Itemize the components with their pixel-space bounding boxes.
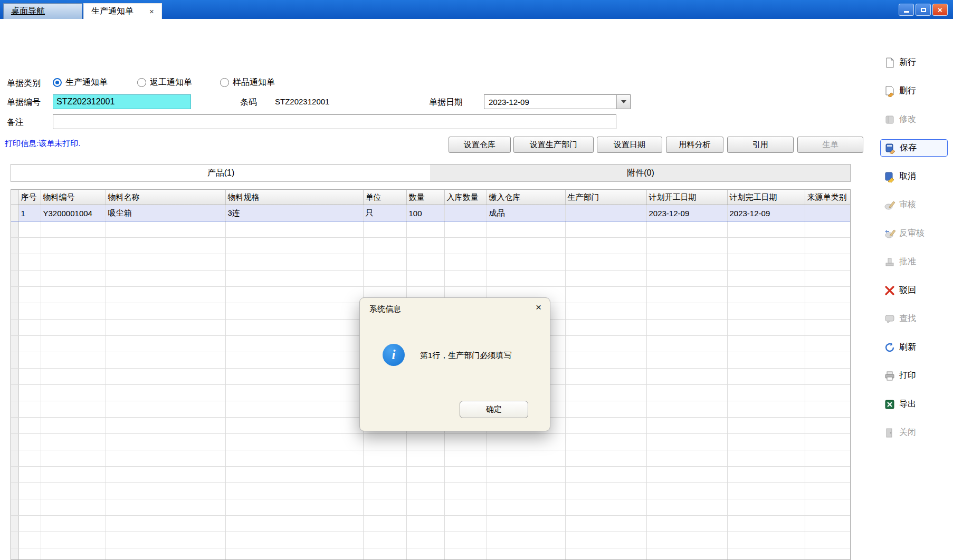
tab-desktop-navigation[interactable]: 桌面导航 — [3, 3, 82, 19]
grid-cell[interactable] — [18, 418, 41, 434]
grid-cell[interactable] — [18, 532, 41, 548]
grid-cell[interactable] — [18, 303, 41, 320]
grid-cell[interactable] — [406, 254, 444, 271]
grid-cell[interactable] — [225, 271, 363, 287]
grid-cell[interactable] — [805, 238, 850, 254]
grid-cell[interactable]: 2023-12-09 — [646, 205, 727, 221]
grid-cell[interactable] — [18, 548, 41, 560]
grid-cell[interactable] — [487, 238, 565, 254]
grid-cell[interactable] — [106, 499, 225, 516]
grid-cell[interactable] — [18, 271, 41, 287]
grid-cell[interactable] — [18, 238, 41, 254]
grid-cell[interactable] — [646, 483, 727, 499]
col-header-inbound-qty[interactable]: 入库数量 — [444, 190, 487, 205]
grid-cell[interactable] — [11, 385, 18, 401]
grid-cell[interactable] — [106, 467, 225, 483]
grid-cell[interactable] — [363, 271, 406, 287]
empty-row[interactable] — [11, 499, 850, 516]
grid-cell[interactable]: 1 — [18, 205, 41, 221]
empty-row[interactable] — [11, 450, 850, 467]
grid-cell[interactable] — [565, 450, 646, 467]
grid-cell[interactable] — [727, 467, 805, 483]
grid-cell[interactable] — [727, 516, 805, 532]
tab-close-icon[interactable]: × — [149, 7, 154, 15]
grid-cell[interactable] — [18, 467, 41, 483]
grid-cell[interactable] — [646, 303, 727, 320]
empty-row[interactable] — [11, 483, 850, 499]
grid-cell[interactable] — [805, 401, 850, 418]
grid-cell[interactable] — [363, 516, 406, 532]
grid-cell[interactable] — [41, 303, 106, 320]
grid-cell[interactable] — [106, 369, 225, 385]
grid-cell[interactable] — [11, 254, 18, 271]
grid-cell[interactable] — [646, 516, 727, 532]
grid-cell[interactable] — [225, 303, 363, 320]
empty-row[interactable] — [11, 238, 850, 254]
grid-cell[interactable] — [106, 516, 225, 532]
col-header-delivery-warehouse[interactable]: 缴入仓库 — [487, 190, 565, 205]
grid-cell[interactable] — [487, 221, 565, 238]
grid-cell[interactable] — [363, 254, 406, 271]
grid-cell[interactable] — [41, 254, 106, 271]
col-header-material-name[interactable]: 物料名称 — [106, 190, 225, 205]
grid-cell[interactable] — [565, 205, 646, 221]
grid-cell[interactable] — [11, 532, 18, 548]
grid-cell[interactable] — [805, 483, 850, 499]
grid-cell[interactable] — [487, 499, 565, 516]
grid-cell[interactable] — [11, 336, 18, 352]
grid-cell[interactable] — [805, 271, 850, 287]
grid-cell[interactable] — [487, 483, 565, 499]
grid-cell[interactable] — [18, 450, 41, 467]
grid-cell[interactable] — [444, 221, 487, 238]
grid-cell[interactable]: Y3200001004 — [41, 205, 106, 221]
grid-cell[interactable] — [11, 303, 18, 320]
grid-cell[interactable] — [406, 483, 444, 499]
grid-cell[interactable] — [11, 483, 18, 499]
grid-cell[interactable] — [805, 499, 850, 516]
grid-cell[interactable] — [11, 401, 18, 418]
grid-cell[interactable] — [805, 467, 850, 483]
empty-row[interactable] — [11, 271, 850, 287]
chevron-down-icon[interactable] — [616, 95, 630, 109]
grid-cell[interactable] — [11, 450, 18, 467]
grid-cell[interactable] — [646, 499, 727, 516]
grid-cell[interactable] — [805, 369, 850, 385]
grid-cell[interactable] — [106, 450, 225, 467]
grid-cell[interactable] — [646, 254, 727, 271]
grid-cell[interactable] — [106, 548, 225, 560]
grid-cell[interactable] — [727, 385, 805, 401]
grid-cell[interactable] — [565, 467, 646, 483]
grid-cell[interactable] — [565, 401, 646, 418]
grid-cell[interactable] — [41, 548, 106, 560]
grid-cell[interactable] — [487, 434, 565, 450]
set-warehouse-button[interactable]: 设置仓库 — [449, 137, 511, 153]
grid-cell[interactable] — [363, 434, 406, 450]
grid-cell[interactable] — [444, 548, 487, 560]
grid-cell[interactable] — [565, 320, 646, 336]
grid-cell[interactable] — [106, 401, 225, 418]
grid-cell[interactable] — [11, 418, 18, 434]
grid-cell[interactable] — [11, 205, 18, 221]
grid-cell[interactable] — [225, 548, 363, 560]
grid-cell[interactable] — [41, 369, 106, 385]
grid-cell[interactable] — [41, 450, 106, 467]
grid-cell[interactable] — [406, 450, 444, 467]
tab-products[interactable]: 产品(1) — [11, 165, 431, 181]
grid-cell[interactable] — [805, 205, 850, 221]
grid-cell[interactable] — [727, 418, 805, 434]
grid-cell[interactable] — [406, 271, 444, 287]
grid-cell[interactable] — [106, 271, 225, 287]
grid-cell[interactable] — [727, 401, 805, 418]
grid-cell[interactable] — [487, 548, 565, 560]
col-header-unit[interactable]: 单位 — [363, 190, 406, 205]
grid-cell[interactable] — [18, 221, 41, 238]
grid-cell[interactable] — [565, 303, 646, 320]
grid-cell[interactable] — [18, 483, 41, 499]
grid-cell[interactable] — [727, 271, 805, 287]
grid-cell[interactable] — [406, 221, 444, 238]
grid-cell[interactable] — [487, 516, 565, 532]
grid-cell[interactable] — [565, 499, 646, 516]
grid-cell[interactable] — [18, 254, 41, 271]
grid-cell[interactable] — [106, 254, 225, 271]
grid-cell[interactable] — [727, 483, 805, 499]
